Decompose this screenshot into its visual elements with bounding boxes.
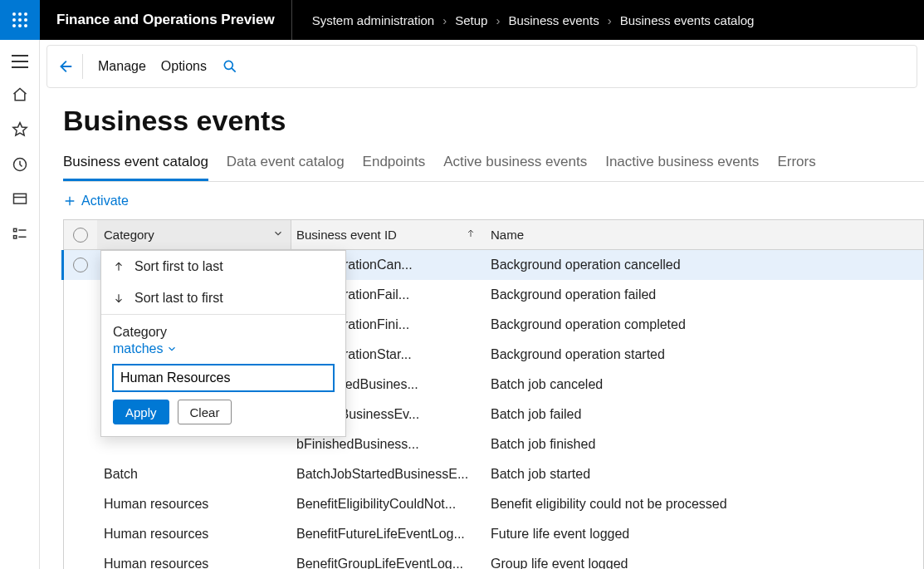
svg-rect-10 xyxy=(13,194,26,204)
column-header-category[interactable]: Category xyxy=(97,220,291,249)
sort-ascending-option[interactable]: Sort first to last xyxy=(101,251,345,282)
clear-button[interactable]: Clear xyxy=(178,400,232,424)
cell-name: Batch job failed xyxy=(484,407,923,422)
cell-name: Background operation failed xyxy=(484,287,923,302)
svg-point-3 xyxy=(12,18,16,22)
tab-list: Business event catalog Data event catalo… xyxy=(63,149,924,182)
hamburger-icon[interactable] xyxy=(12,55,28,68)
cell-name: Batch job finished xyxy=(484,437,923,452)
arrow-down-icon xyxy=(113,292,125,305)
manage-menu[interactable]: Manage xyxy=(98,59,146,74)
svg-point-6 xyxy=(12,24,16,27)
cell-category: Human resources xyxy=(97,549,291,569)
cell-category: Batch xyxy=(97,459,291,489)
breadcrumb-item[interactable]: System administration xyxy=(312,13,435,27)
filter-field-label: Category xyxy=(113,325,334,340)
svg-point-4 xyxy=(18,18,22,22)
options-menu[interactable]: Options xyxy=(161,59,207,74)
cell-id: BenefitGroupLifeEventLog... xyxy=(291,549,484,569)
cell-name: Batch job started xyxy=(484,467,923,482)
tab-business-event-catalog[interactable]: Business event catalog xyxy=(63,149,208,181)
filter-value-input[interactable] xyxy=(113,365,334,391)
column-filter-popup: Sort first to last Sort last to first Ca… xyxy=(100,250,346,437)
table-row[interactable]: Human resourcesBenefitEligibilityCouldNo… xyxy=(64,489,923,519)
cell-name: Background operation completed xyxy=(484,317,923,332)
cell-category: Human resources xyxy=(97,519,291,549)
modules-icon[interactable] xyxy=(12,226,28,243)
command-bar: Manage Options xyxy=(46,45,917,88)
svg-rect-12 xyxy=(13,236,16,238)
cell-id: BenefitEligibilityCouldNot... xyxy=(291,489,484,519)
home-icon[interactable] xyxy=(12,86,28,103)
cell-name: Background operation cancelled xyxy=(484,258,923,272)
breadcrumb: System administration › Setup › Business… xyxy=(292,13,755,27)
activate-button[interactable]: Activate xyxy=(63,194,129,208)
select-all-checkbox[interactable] xyxy=(73,228,88,243)
cell-name: Group life event logged xyxy=(484,557,923,569)
svg-point-13 xyxy=(224,61,232,69)
page-title: Business events xyxy=(63,105,924,137)
breadcrumb-item[interactable]: Business events xyxy=(508,13,599,27)
top-bar: Finance and Operations Preview System ad… xyxy=(0,0,924,40)
svg-point-5 xyxy=(24,18,27,22)
svg-point-8 xyxy=(24,24,27,27)
left-rail xyxy=(0,40,40,569)
cell-name: Future life event logged xyxy=(484,527,923,542)
cell-name: Batch job canceled xyxy=(484,377,923,392)
plus-icon xyxy=(63,194,76,208)
data-grid: Category Business event ID Name Sort fir… xyxy=(63,219,924,569)
breadcrumb-item[interactable]: Setup xyxy=(455,13,487,27)
cell-id: BatchJobStartedBusinessE... xyxy=(291,459,484,489)
cell-id: BenefitFutureLifeEventLog... xyxy=(291,519,484,549)
table-row[interactable]: BatchBatchJobStartedBusinessE...Batch jo… xyxy=(64,459,923,489)
filter-operator-dropdown[interactable]: matches xyxy=(113,341,178,356)
chevron-right-icon: › xyxy=(608,13,612,27)
breadcrumb-item[interactable]: Business events catalog xyxy=(620,13,755,27)
app-launcher-icon[interactable] xyxy=(0,0,40,40)
star-icon[interactable] xyxy=(12,121,28,138)
main-region: Manage Options Business events Business … xyxy=(40,40,924,569)
arrow-up-icon xyxy=(113,260,125,273)
table-row[interactable]: Human resourcesBenefitFutureLifeEventLog… xyxy=(64,519,923,549)
activate-label: Activate xyxy=(81,194,129,208)
tab-data-event-catalog[interactable]: Data event catalog xyxy=(227,149,345,181)
cell-name: Benefit eligibility could not be process… xyxy=(484,497,923,512)
cell-name: Background operation started xyxy=(484,347,923,362)
svg-point-1 xyxy=(18,12,22,16)
tab-errors[interactable]: Errors xyxy=(777,149,815,181)
grid-header: Category Business event ID Name xyxy=(64,220,923,250)
back-button[interactable] xyxy=(56,54,83,79)
svg-point-0 xyxy=(12,12,16,16)
tab-active-business-events[interactable]: Active business events xyxy=(443,149,587,181)
row-select-checkbox[interactable] xyxy=(73,258,88,272)
workspace-icon[interactable] xyxy=(12,191,28,208)
chevron-down-icon xyxy=(166,343,178,355)
svg-rect-11 xyxy=(13,228,16,231)
column-header-id[interactable]: Business event ID xyxy=(291,220,484,249)
svg-point-2 xyxy=(24,12,27,16)
chevron-down-icon xyxy=(272,228,284,242)
page-content: Business events Business event catalog D… xyxy=(40,88,924,569)
tab-endpoints[interactable]: Endpoints xyxy=(363,149,426,181)
recent-icon[interactable] xyxy=(12,156,28,173)
svg-point-7 xyxy=(18,24,22,27)
app-title: Finance and Operations Preview xyxy=(40,0,292,40)
apply-button[interactable]: Apply xyxy=(113,400,169,424)
search-icon[interactable] xyxy=(222,58,238,75)
sort-asc-icon xyxy=(466,228,476,242)
sort-descending-option[interactable]: Sort last to first xyxy=(101,282,345,314)
table-row[interactable]: Human resourcesBenefitGroupLifeEventLog.… xyxy=(64,549,923,569)
tab-inactive-business-events[interactable]: Inactive business events xyxy=(605,149,759,181)
cell-category: Human resources xyxy=(97,489,291,519)
chevron-right-icon: › xyxy=(442,13,447,27)
chevron-right-icon: › xyxy=(496,13,500,27)
column-header-name[interactable]: Name xyxy=(484,228,923,243)
